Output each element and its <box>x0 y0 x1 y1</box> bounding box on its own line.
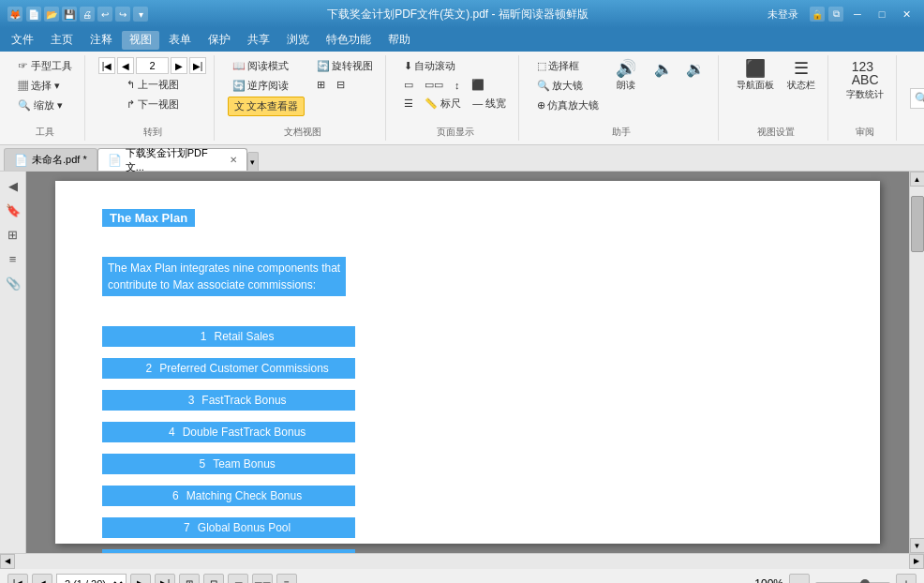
hand-tool-btn[interactable]: ☞ 手型工具 <box>13 57 77 75</box>
hscroll-right-btn[interactable]: ▶ <box>909 554 924 569</box>
single-page-btn[interactable]: ▭ <box>399 77 418 93</box>
print-icon[interactable]: 🖨 <box>80 7 95 22</box>
nav-icon: ⬛ <box>745 60 766 77</box>
login-label[interactable]: 未登录 <box>768 7 798 22</box>
close-button[interactable]: ✕ <box>896 6 917 22</box>
status-next-btn[interactable]: ▶ <box>130 574 151 584</box>
select-frame-btn[interactable]: ⬚ 选择框 <box>532 57 604 75</box>
speaker2-btn[interactable]: 🔉 <box>680 57 710 81</box>
last-page-btn[interactable]: ▶| <box>189 57 206 74</box>
scroll-track[interactable] <box>910 187 925 538</box>
scroll-btn[interactable]: ↕ <box>450 77 465 93</box>
hscroll-track[interactable] <box>15 554 909 569</box>
facing-btn[interactable]: ⬛ <box>467 77 489 93</box>
list-bar-7: 7 Global Bonus Pool <box>102 517 355 538</box>
menu-features[interactable]: 特色功能 <box>319 31 379 50</box>
prev-page-btn[interactable]: ◀ <box>117 57 134 74</box>
line-width-btn[interactable]: — 线宽 <box>468 95 511 112</box>
ribbon-group-review: 123ABC 字数统计 审阅 <box>834 55 897 141</box>
two-page-btn[interactable]: ▭▭ <box>420 77 448 93</box>
maximize-button[interactable]: □ <box>872 6 892 22</box>
zoom-slider-thumb[interactable] <box>860 579 870 584</box>
reading-mode-btn[interactable]: 📖 阅读模式 <box>228 57 305 75</box>
tab-unnamed[interactable]: 📄 未命名.pdf * <box>4 148 97 171</box>
status-bar-btn[interactable]: ☰ 状态栏 <box>782 57 820 95</box>
minimize-button[interactable]: ─ <box>847 6 868 22</box>
more-icon[interactable]: ▾ <box>133 7 148 22</box>
text-viewer-btn[interactable]: 文 文本查看器 <box>228 97 305 116</box>
select-tool-btn[interactable]: ▦ 选择 ▾ <box>13 77 77 95</box>
sidebar-attachments-icon[interactable]: 📎 <box>3 273 23 293</box>
text-stats-btn[interactable]: 123ABC 字数统计 <box>842 57 888 104</box>
page-tool-3[interactable]: ▭ <box>228 574 248 584</box>
page-number-input[interactable] <box>136 57 169 74</box>
prev-view-btn[interactable]: ↰ 上一视图 <box>122 76 184 94</box>
scroll-up-btn[interactable]: ▲ <box>910 172 925 187</box>
new-icon[interactable]: 📄 <box>26 7 41 22</box>
fit-page-btn[interactable]: ⊞ <box>312 77 330 93</box>
tab-close-pdf[interactable]: ✕ <box>230 155 237 165</box>
sidebar-thumbs-icon[interactable]: ⊞ <box>3 224 23 245</box>
restore-icon[interactable]: ⧉ <box>828 7 843 22</box>
menu-annotate[interactable]: 注释 <box>82 31 120 50</box>
sidebar-layers-icon[interactable]: ≡ <box>3 248 23 269</box>
page-tool-4[interactable]: ▭▭ <box>252 574 273 584</box>
zoom-in-btn[interactable]: ＋ <box>896 574 917 584</box>
status-last-btn[interactable]: ▶| <box>155 574 175 584</box>
lock-icon[interactable]: 🔒 <box>810 7 825 22</box>
item-num-3: 3 <box>171 394 194 407</box>
page-tool-2[interactable]: ⊟ <box>203 574 224 584</box>
menu-help[interactable]: 帮助 <box>380 31 418 50</box>
menu-view[interactable]: 视图 <box>122 31 159 50</box>
fit-width-btn[interactable]: ⊟ <box>332 77 350 93</box>
open-icon[interactable]: 📂 <box>44 7 59 22</box>
navigation-panel-btn[interactable]: ⬛ 导航面板 <box>732 57 779 95</box>
zoom-tool-btn[interactable]: 🔍 缩放 ▾ <box>13 97 77 114</box>
pageview-group-label: 页面显示 <box>437 126 474 139</box>
search-icon: 🔍 <box>911 92 924 105</box>
status-right: 100% － ＋ <box>754 574 917 584</box>
ruler-btn[interactable]: 📏 标尺 <box>420 95 466 112</box>
save-icon[interactable]: 💾 <box>62 7 77 22</box>
status-prev-btn[interactable]: ◀ <box>32 574 52 584</box>
menu-form[interactable]: 表单 <box>161 31 199 50</box>
status-page-select[interactable]: 2 (1 / 20) <box>56 574 127 584</box>
page-tool-5[interactable]: ≡ <box>276 574 297 584</box>
rotate-btn[interactable]: 🔄 旋转视图 <box>312 57 378 75</box>
page-tool-1[interactable]: ⊞ <box>179 574 200 584</box>
tools-group-label: 工具 <box>36 126 54 139</box>
list-item-4: 4 Double FastTrack Bonus <box>102 422 833 442</box>
status-first-btn[interactable]: |◀ <box>7 574 28 584</box>
menu-home[interactable]: 主页 <box>43 31 81 50</box>
title-bar: 🦊 📄 📂 💾 🖨 ↩ ↪ ▾ 下载奖金计划PDF文件(英文).pdf - 福昕… <box>0 0 924 28</box>
sidebar-bookmark-icon[interactable]: 🔖 <box>3 200 23 220</box>
first-page-btn[interactable]: |◀ <box>98 57 115 74</box>
redo-icon[interactable]: ↪ <box>115 7 130 22</box>
mirror-btn[interactable]: ⊕ 仿真放大镜 <box>532 97 604 114</box>
menu-share[interactable]: 共享 <box>240 31 277 50</box>
tab-pdf[interactable]: 📄 下载奖金计划PDF文... ✕ <box>97 148 247 171</box>
sidebar-prev-icon[interactable]: ◀ <box>3 175 23 196</box>
list-item-7: 7 Global Bonus Pool <box>102 517 833 538</box>
next-page-btn[interactable]: ▶ <box>171 57 187 74</box>
read-aloud-icon: 🔊 <box>616 60 636 77</box>
pdf-heading-container: The Max Plan <box>102 209 833 242</box>
scroll-down-btn[interactable]: ▼ <box>910 538 925 553</box>
item-label-6: Matching Check Bonus <box>186 489 302 502</box>
scroll-thumb[interactable] <box>911 196 924 252</box>
ref-lines-btn[interactable]: ☰ <box>399 95 418 112</box>
read-aloud-btn[interactable]: 🔊 朗读 <box>611 57 641 95</box>
reverse-mode-btn[interactable]: 🔄 逆序阅读 <box>228 77 305 95</box>
stats-label: 字数统计 <box>846 88 884 101</box>
new-tab-btn[interactable]: ▾ <box>247 152 259 171</box>
auto-scroll-btn[interactable]: ⬇ 自动滚动 <box>399 57 511 75</box>
hscroll-left-btn[interactable]: ◀ <box>0 554 15 569</box>
magnifier-btn[interactable]: 🔍 放大镜 <box>532 77 604 95</box>
menu-browse[interactable]: 浏览 <box>279 31 317 50</box>
next-view-btn[interactable]: ↱ 下一视图 <box>122 96 184 113</box>
menu-file[interactable]: 文件 <box>4 31 41 50</box>
undo-icon[interactable]: ↩ <box>97 7 112 22</box>
zoom-out-btn[interactable]: － <box>789 574 810 584</box>
menu-protect[interactable]: 保护 <box>201 31 238 50</box>
speakers-btn[interactable]: 🔈 <box>648 57 678 81</box>
